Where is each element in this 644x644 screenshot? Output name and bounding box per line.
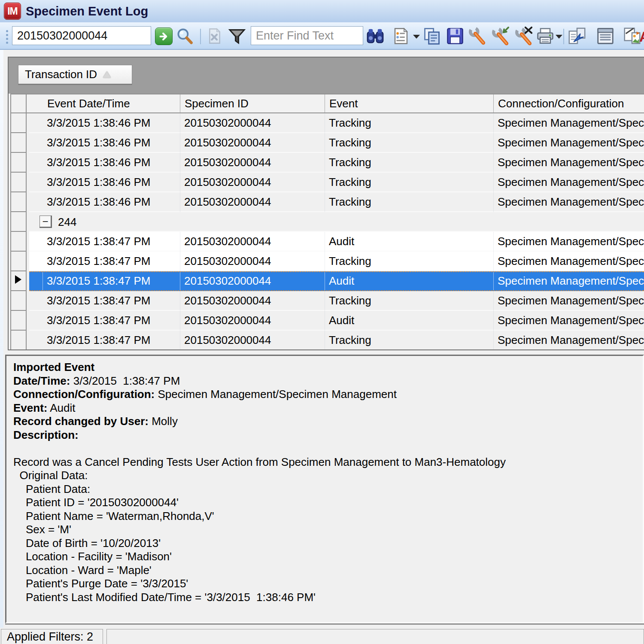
row-selector-cell[interactable]: [10, 252, 27, 271]
detail-line: Description:: [13, 428, 643, 442]
find-text-input[interactable]: [251, 26, 363, 45]
cell-event: Tracking: [325, 331, 494, 350]
row-indent: [29, 232, 43, 252]
cell-specimen-id: 20150302000044: [180, 173, 325, 192]
row-selector-cell[interactable]: [10, 271, 27, 291]
group-by-bar[interactable]: Transaction ID: [9, 58, 644, 94]
clear-find-button[interactable]: [204, 26, 225, 46]
cell-specimen-id: 20150302000044: [180, 272, 325, 290]
row-selector-cell[interactable]: [10, 173, 27, 192]
specimen-event-log-window: IM Specimen Event Log: [0, 0, 644, 644]
table-row[interactable]: 3/3/2015 1:38:46 PM 20150302000044 Track…: [9, 173, 644, 192]
cell-connection-configuration: Specimen Management/Specimen Management: [494, 272, 644, 290]
detail-line: Date/Time: 3/3/2015 1:38:47 PM: [13, 374, 643, 388]
cell-specimen-id: 20150302000044: [180, 153, 325, 173]
status-bar: Applied Filters: 2: [0, 628, 644, 644]
row-selector-cell[interactable]: [10, 192, 27, 212]
column-header-event[interactable]: Event: [325, 94, 494, 112]
view-options-button[interactable]: [391, 26, 411, 46]
cell-event: Audit: [325, 272, 494, 290]
save-button[interactable]: [445, 26, 465, 46]
cell-event: Tracking: [325, 291, 494, 311]
row-selector-cell[interactable]: [10, 133, 27, 153]
column-header-row: Event Date/Time Specimen ID Event Connec…: [9, 94, 644, 113]
configure-button[interactable]: [466, 26, 487, 46]
row-selector-cell[interactable]: [10, 311, 27, 331]
cell-event-date-time: 3/3/2015 1:38:46 PM: [43, 133, 180, 153]
table-row[interactable]: 3/3/2015 1:38:47 PM 20150302000044 Track…: [9, 252, 644, 271]
detail-line: Location - Ward = 'Maple': [13, 564, 643, 577]
cell-specimen-id: 20150302000044: [180, 232, 325, 252]
printer-icon: [536, 27, 555, 46]
row-selector-cell[interactable]: [10, 232, 27, 252]
table-row[interactable]: 3/3/2015 1:38:46 PM 20150302000044 Track…: [9, 113, 644, 133]
cell-specimen-id: 20150302000044: [180, 291, 325, 311]
table-row[interactable]: 3/3/2015 1:38:47 PM 20150302000044 Audit…: [9, 311, 644, 331]
font-button-partial[interactable]: A: [639, 28, 644, 45]
header-row-selector-cell: [10, 94, 27, 113]
table-row[interactable]: 3/3/2015 1:38:47 PM 20150302000044 Audit…: [9, 232, 644, 252]
cell-event: Tracking: [325, 113, 494, 133]
right-arrow-icon: [158, 31, 170, 42]
detail-line: Record was a Cancel Pending Tests User A…: [13, 456, 643, 469]
event-detail-text: Imported Event Date/Time: 3/3/2015 1:38:…: [6, 356, 643, 604]
copy-icon: [422, 27, 441, 46]
column-header-specimen-id[interactable]: Specimen ID: [180, 94, 325, 112]
transfer-document-button[interactable]: [567, 26, 587, 46]
cell-event-date-time: 3/3/2015 1:38:46 PM: [43, 173, 180, 192]
table-row[interactable]: 3/3/2015 1:38:47 PM 20150302000044 Track…: [9, 331, 644, 350]
cell-connection-configuration: Specimen Management/Specimen Management: [494, 311, 644, 331]
grid-rows: 3/3/2015 1:38:46 PM 20150302000044 Track…: [9, 113, 644, 349]
filter-button[interactable]: [227, 26, 247, 46]
view-options-dropdown-icon[interactable]: [413, 35, 420, 39]
detail-line: Original Data:: [13, 469, 643, 483]
cell-event: Tracking: [325, 252, 494, 271]
transfer-document-icon: [567, 26, 587, 46]
table-row[interactable]: 3/3/2015 1:38:46 PM 20150302000044 Track…: [9, 133, 644, 153]
toolbar-separator: [200, 29, 201, 44]
search-button[interactable]: [174, 26, 195, 46]
configure-remove-button[interactable]: [513, 26, 533, 46]
row-indent: [29, 311, 43, 331]
cell-event: Audit: [325, 232, 494, 252]
detail-line: Patient ID = '20150302000044': [13, 496, 643, 510]
report-button[interactable]: [595, 26, 616, 46]
detail-line: [13, 442, 643, 456]
configure-import-button[interactable]: [489, 26, 510, 46]
row-indent: [29, 272, 43, 290]
row-indent: [29, 192, 43, 212]
row-selector-cell[interactable]: [10, 212, 27, 232]
cell-event-date-time: 3/3/2015 1:38:47 PM: [43, 272, 180, 290]
table-row[interactable]: 3/3/2015 1:38:46 PM 20150302000044 Track…: [9, 192, 644, 212]
find-button[interactable]: [365, 26, 386, 46]
row-selector-cell[interactable]: [10, 153, 27, 173]
column-header-event-date-time[interactable]: Event Date/Time: [27, 94, 180, 112]
window-title: Specimen Event Log: [26, 0, 148, 22]
row-indent: [29, 153, 43, 173]
cell-event: Tracking: [325, 153, 494, 173]
table-row[interactable]: 3/3/2015 1:38:47 PM 20150302000044 Track…: [9, 291, 644, 311]
group-by-transaction-id-button[interactable]: Transaction ID: [18, 65, 132, 85]
copy-button[interactable]: [422, 26, 442, 46]
print-dropdown-icon[interactable]: [556, 35, 562, 39]
row-selector-cell[interactable]: [10, 291, 27, 311]
go-button[interactable]: [155, 27, 173, 45]
cell-event-date-time: 3/3/2015 1:38:47 PM: [43, 291, 180, 311]
toolbar-separator: [563, 29, 564, 44]
group-row[interactable]: − 244: [9, 212, 644, 232]
wrench-import-icon: [490, 26, 510, 46]
save-floppy-icon: [446, 27, 465, 46]
print-button[interactable]: [535, 26, 556, 46]
toolbar-grip-handle[interactable]: [6, 30, 8, 32]
cell-event-date-time: 3/3/2015 1:38:46 PM: [43, 153, 180, 173]
table-row[interactable]: 3/3/2015 1:38:46 PM 20150302000044 Track…: [9, 153, 644, 173]
table-row[interactable]: 3/3/2015 1:38:47 PM 20150302000044 Audit…: [9, 271, 644, 291]
collapse-group-button[interactable]: −: [39, 216, 52, 228]
row-selector-cell[interactable]: [10, 113, 27, 133]
row-selector-cell[interactable]: [10, 331, 27, 350]
binoculars-icon: [365, 26, 385, 46]
specimen-id-input[interactable]: [12, 26, 151, 45]
column-header-connection-configuration[interactable]: Connection/Configuration: [494, 94, 644, 112]
event-log-grid: Transaction ID Event Date/Time Specimen …: [8, 57, 644, 350]
cell-connection-configuration: Specimen Management/Specimen Management: [494, 232, 644, 252]
